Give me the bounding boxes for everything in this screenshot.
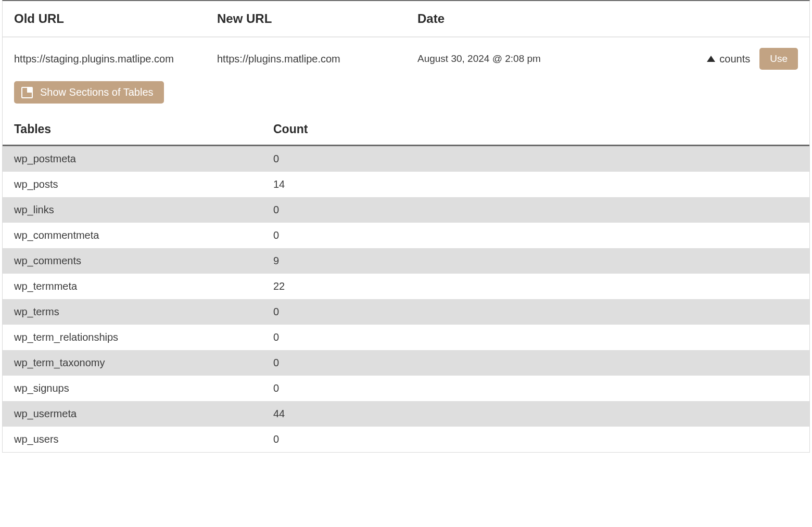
cell-count: 9 bbox=[273, 255, 798, 267]
cell-count: 44 bbox=[273, 408, 798, 420]
table-row: wp_commentmeta0 bbox=[3, 223, 809, 248]
info-row: https://staging.plugins.matlipe.com http… bbox=[3, 37, 809, 76]
sections-icon bbox=[21, 87, 33, 98]
triangle-up-icon bbox=[707, 56, 715, 62]
show-sections-label: Show Sections of Tables bbox=[40, 86, 154, 98]
cell-table-name: wp_commentmeta bbox=[14, 229, 273, 241]
table-row: wp_links0 bbox=[3, 197, 809, 223]
cell-count: 0 bbox=[273, 433, 798, 445]
cell-table-name: wp_comments bbox=[14, 255, 273, 267]
cell-count: 0 bbox=[273, 382, 798, 394]
cell-count: 0 bbox=[273, 306, 798, 318]
header-old-url: Old URL bbox=[14, 11, 217, 26]
th-tables: Tables bbox=[14, 122, 273, 136]
table-row: wp_comments9 bbox=[3, 248, 809, 274]
table-header: Tables Count bbox=[3, 115, 809, 146]
date-value: August 30, 2024 @ 2:08 pm bbox=[417, 53, 707, 65]
table-row: wp_usermeta44 bbox=[3, 401, 809, 427]
table-row: wp_users0 bbox=[3, 427, 809, 452]
header-row: Old URL New URL Date bbox=[3, 1, 809, 37]
cell-table-name: wp_terms bbox=[14, 306, 273, 318]
old-url-value: https://staging.plugins.matlipe.com bbox=[14, 53, 217, 65]
table-row: wp_signups0 bbox=[3, 376, 809, 401]
use-button[interactable]: Use bbox=[759, 48, 798, 70]
cell-count: 0 bbox=[273, 153, 798, 165]
cell-table-name: wp_term_taxonomy bbox=[14, 357, 273, 369]
new-url-value: https://plugins.matlipe.com bbox=[217, 53, 417, 65]
table-row: wp_posts14 bbox=[3, 172, 809, 197]
table-row: wp_termmeta22 bbox=[3, 274, 809, 299]
info-actions: counts Use bbox=[707, 48, 798, 70]
cell-count: 14 bbox=[273, 178, 798, 190]
table-row: wp_term_taxonomy0 bbox=[3, 350, 809, 376]
cell-table-name: wp_posts bbox=[14, 178, 273, 190]
counts-toggle[interactable]: counts bbox=[707, 53, 750, 65]
cell-count: 0 bbox=[273, 204, 798, 216]
cell-count: 22 bbox=[273, 280, 798, 292]
cell-count: 0 bbox=[273, 357, 798, 369]
show-sections-button[interactable]: Show Sections of Tables bbox=[14, 81, 164, 104]
cell-table-name: wp_postmeta bbox=[14, 153, 273, 165]
cell-table-name: wp_usermeta bbox=[14, 408, 273, 420]
th-count: Count bbox=[273, 122, 798, 136]
table-body: wp_postmeta0wp_posts14wp_links0wp_commen… bbox=[3, 146, 809, 452]
cell-count: 0 bbox=[273, 331, 798, 343]
cell-table-name: wp_signups bbox=[14, 382, 273, 394]
cell-table-name: wp_users bbox=[14, 433, 273, 445]
table-row: wp_term_relationships0 bbox=[3, 325, 809, 350]
table-row: wp_terms0 bbox=[3, 299, 809, 325]
cell-table-name: wp_links bbox=[14, 204, 273, 216]
cell-table-name: wp_term_relationships bbox=[14, 331, 273, 343]
counts-toggle-label: counts bbox=[719, 53, 750, 65]
header-new-url: New URL bbox=[217, 11, 417, 26]
cell-table-name: wp_termmeta bbox=[14, 280, 273, 292]
main-panel: Old URL New URL Date https://staging.plu… bbox=[2, 0, 810, 453]
header-date: Date bbox=[417, 11, 798, 26]
table-row: wp_postmeta0 bbox=[3, 146, 809, 172]
cell-count: 0 bbox=[273, 229, 798, 241]
